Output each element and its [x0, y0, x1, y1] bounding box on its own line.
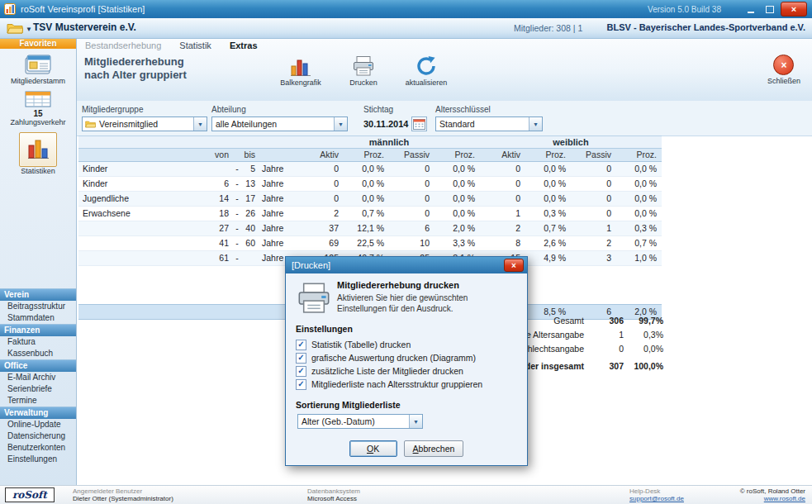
chevron-down-icon[interactable]: ▼: [334, 117, 347, 131]
checkbox-icon[interactable]: ✓: [296, 340, 306, 350]
sort-dropdown[interactable]: Alter (Geb.-Datum) ▼: [297, 414, 423, 429]
sidebar-item-mitgliederstamm[interactable]: Mitgliederstamm: [0, 53, 76, 91]
payment-grid-icon: [25, 91, 51, 109]
sidebar-item-beitragsstruktur[interactable]: Beitragsstruktur: [0, 301, 76, 312]
app-window: roSoft Vereinsprofi [Statistiken] Versio…: [0, 0, 812, 504]
cell-unit: Jahre: [260, 192, 298, 206]
cell-value: 0,0 %: [344, 177, 389, 191]
sidebar-item-datensicherung[interactable]: Datensicherung: [0, 430, 76, 442]
sidebar-item-serienbriefe[interactable]: Serienbriefe: [0, 383, 76, 395]
sidebar-item-benutzerkonten[interactable]: Benutzerkonten: [0, 442, 76, 454]
dialog-close-button[interactable]: ×: [504, 259, 524, 272]
table-row[interactable]: 27-40Jahre3712,1 %62,0 %20,7 %10,3 %: [78, 221, 662, 236]
checkbox-icon[interactable]: ✓: [296, 366, 306, 377]
sidebar-sections: VereinBeitragsstrukturStammdatenFinanzen…: [0, 288, 76, 465]
cell-von: 41: [211, 236, 234, 250]
cell-value: 2: [480, 221, 525, 235]
sidebar-item-einstellungen[interactable]: Einstellungen: [0, 454, 76, 465]
copyright-text: © roSoft, Roland Otter: [740, 487, 805, 495]
checkbox-icon[interactable]: ✓: [296, 353, 306, 364]
table-row[interactable]: Jugendliche14-17Jahre00,0 %00,0 %00,0 %0…: [78, 192, 662, 207]
cancel-button[interactable]: Abbrechen: [404, 440, 464, 457]
table-row[interactable]: Erwachsene18-26Jahre20,7 %00,0 %10,3 %00…: [78, 207, 662, 221]
checkbox-icon[interactable]: ✓: [296, 379, 306, 390]
filter-label: Stichtag: [363, 105, 434, 114]
cell-value: 0,0 %: [344, 192, 389, 206]
sidebar-item-stammdaten[interactable]: Stammdaten: [0, 312, 76, 324]
club-name: TSV Musterverein e.V.: [33, 21, 136, 33]
version-label: Version 5.0 Build 38: [648, 5, 721, 14]
mitgliedergruppe-dropdown[interactable]: Vereinsmitglied ▼: [82, 116, 207, 131]
club-folder-dropdown[interactable]: ▼: [7, 22, 32, 36]
sidebar-item-label: Mitgliederstamm: [0, 77, 76, 86]
menu-bestandserhebung[interactable]: Bestandserhebung: [85, 40, 161, 50]
sidebar-item-e-mail-archiv[interactable]: E-Mail Archiv: [0, 372, 76, 383]
printer-icon: [296, 282, 332, 316]
table-row[interactable]: 41-60Jahre6922,5 %103,3 %82,6 %20,7 %: [78, 236, 662, 251]
checkbox-mitgliederliste-nach-altersstruktur-gruppieren[interactable]: ✓Mitgliederliste nach Altersstruktur gru…: [296, 378, 517, 391]
menu-extras[interactable]: Extras: [230, 40, 258, 50]
cell-value: 69: [298, 236, 344, 250]
folder-icon: [7, 22, 23, 36]
summary-percent: 0,0%: [624, 342, 663, 356]
chevron-down-icon[interactable]: ▼: [529, 117, 542, 131]
footer-helpdesk: Help-Desk support@rosoft.de: [629, 487, 684, 502]
toolbar-button-drucken[interactable]: Drucken: [338, 55, 389, 87]
cell-value: 0: [571, 192, 616, 206]
sidebar-item-statistiken[interactable]: Statistiken: [0, 132, 76, 178]
filter-label: Mitgliedergruppe: [82, 105, 207, 114]
support-email-link[interactable]: support@rosoft.de: [629, 495, 684, 502]
dropdown-value: Standard: [436, 119, 475, 129]
sidebar-item-kassenbuch[interactable]: Kassenbuch: [0, 348, 76, 359]
checkbox-zusaetzliche-liste-der-mitglieder-drucken[interactable]: ✓zusätzliche Liste der Mitglieder drucke…: [296, 364, 517, 378]
maximize-icon: [766, 6, 774, 13]
cell-value: 0,7 %: [616, 236, 662, 250]
dialog-checkboxes: ✓Statistik (Tabelle) drucken✓grafische A…: [296, 338, 517, 391]
chevron-down-icon[interactable]: ▼: [193, 117, 207, 131]
cell-value: 0: [480, 192, 525, 206]
window-close-button[interactable]: ×: [781, 2, 807, 17]
filter-altersschluessel: Altersschlüssel Standard ▼: [435, 105, 543, 131]
ok-button[interactable]: OK: [349, 440, 397, 457]
close-view-button[interactable]: × Schließen: [767, 55, 800, 85]
sidebar-item-faktura[interactable]: Faktura: [0, 336, 76, 348]
chevron-down-icon[interactable]: ▼: [409, 415, 422, 428]
table-row[interactable]: Kinder6-13Jahre00,0 %00,0 %00,0 %00,0 %: [78, 177, 662, 192]
cell-group: Erwachsene: [78, 207, 211, 221]
checkbox-statistik-tabelle-drucken[interactable]: ✓Statistik (Tabelle) drucken: [296, 338, 517, 351]
filter-stichtag: Stichtag 30.11.2014: [363, 105, 434, 131]
calendar-icon[interactable]: [411, 116, 427, 131]
print-dialog: [Drucken] × Mitgliedererhebung drucken A…: [285, 256, 528, 466]
cell-value: 3,3 %: [434, 236, 480, 250]
sidebar-item-online-update[interactable]: Online-Update: [0, 419, 76, 430]
dropdown-value: Vereinsmitglied: [96, 119, 158, 129]
toolbar-button-label: Drucken: [349, 78, 378, 87]
table-row[interactable]: Kinder-5Jahre00,0 %00,0 %00,0 %00,0 %: [78, 162, 662, 177]
favorites-header: Favoriten: [0, 38, 76, 49]
sidebar-item-termine[interactable]: Termine: [0, 395, 76, 407]
cell-bis: 60: [240, 236, 260, 250]
toolbar-button-balkengrafik[interactable]: Balkengrafik: [275, 55, 326, 87]
cell-value: 0: [480, 177, 525, 191]
cell-value: 22,5 %: [344, 236, 389, 250]
cell-value: 0: [298, 177, 344, 191]
cell-value: 0,0 %: [525, 192, 571, 206]
minimize-button[interactable]: [743, 3, 759, 16]
cell-value: 4,9 %: [525, 251, 571, 265]
stichtag-date-value[interactable]: 30.11.2014: [363, 119, 408, 129]
titlebar: roSoft Vereinsprofi [Statistiken] Versio…: [0, 0, 812, 18]
maximize-button[interactable]: [762, 3, 778, 16]
abteilung-dropdown[interactable]: alle Abteilungen ▼: [211, 116, 348, 131]
col-von: von: [211, 149, 234, 161]
menu-statistik[interactable]: Statistik: [179, 40, 211, 50]
checkbox-grafische-auswertung-drucken-diagramm[interactable]: ✓grafische Auswertung drucken (Diagramm): [296, 351, 517, 364]
cell-value: 0,0 %: [434, 207, 480, 221]
dialog-body: Mitgliedererhebung drucken Aktivieren Si…: [286, 273, 527, 465]
altersschluessel-dropdown[interactable]: Standard ▼: [435, 116, 543, 131]
cell-value: 0: [298, 162, 344, 176]
toolbar-button-aktualisieren[interactable]: aktualisieren: [401, 55, 452, 87]
cell-value: 0: [389, 207, 434, 221]
sidebar-item-zahlungsverkehr[interactable]: 15Zahlungsverkehr: [0, 91, 76, 132]
website-link[interactable]: www.rosoft.de: [740, 495, 805, 502]
cell-value: 1: [571, 221, 616, 235]
